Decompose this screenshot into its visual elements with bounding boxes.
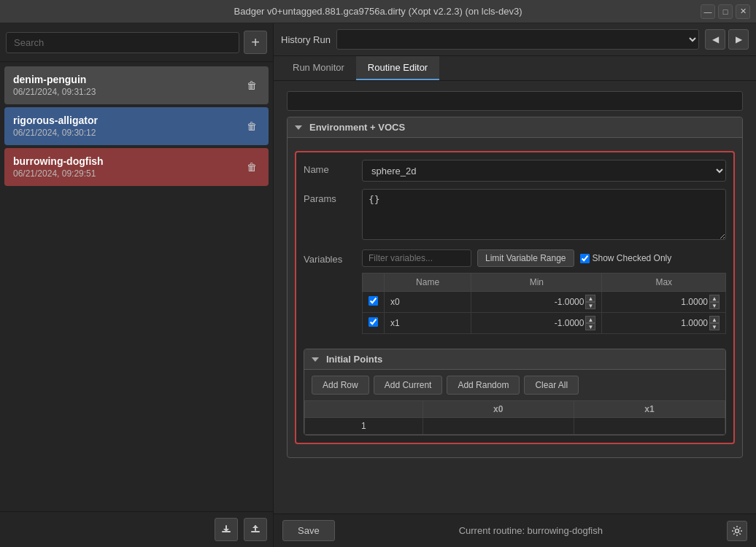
export-button[interactable] [215, 518, 238, 541]
nav-arrows: ◀ ▶ [705, 29, 749, 50]
tab-routine-editor[interactable]: Routine Editor [356, 56, 439, 80]
params-textarea[interactable]: {} [362, 189, 726, 240]
initial-points-section: Initial Points Add Row Add Current Add R… [304, 349, 726, 435]
var-col-min: Min [471, 274, 602, 292]
var-row-x1: x1 -1.0000 ▲ ▼ [363, 313, 726, 334]
delete-run-icon[interactable]: 🗑 [244, 119, 260, 133]
search-bar: + [0, 23, 273, 62]
tab-content: Environment + VOCS Name [274, 81, 756, 513]
variables-table: Name Min Max [362, 273, 726, 334]
run-item-date: 06/21/2024, 09:31:23 [13, 87, 96, 97]
var-check-x1[interactable] [363, 313, 385, 334]
var-min-x0[interactable]: -1.0000 ▲ ▼ [471, 292, 602, 313]
top-wide-input[interactable] [287, 91, 743, 111]
var-min-x0-down[interactable]: ▼ [585, 302, 595, 309]
close-button[interactable]: ✕ [736, 4, 750, 19]
clear-all-button[interactable]: Clear All [524, 376, 579, 395]
svg-point-6 [735, 529, 738, 532]
var-col-check [363, 274, 385, 292]
delete-run-icon[interactable]: 🗑 [244, 78, 260, 93]
var-max-x0-up[interactable]: ▲ [709, 295, 720, 302]
add-current-button[interactable]: Add Current [374, 376, 443, 395]
limit-variable-range-button[interactable]: Limit Variable Range [477, 249, 574, 267]
add-row-button[interactable]: Add Row [312, 376, 369, 395]
show-checked-only-checkbox[interactable] [580, 254, 590, 263]
environment-title: Environment + VOCS [309, 122, 405, 133]
var-max-x1-up[interactable]: ▲ [709, 316, 720, 323]
var-max-x0-spinner[interactable]: ▲ ▼ [709, 295, 720, 309]
run-item[interactable]: burrowing-dogfish 06/21/2024, 09:29:51 🗑 [4, 148, 269, 186]
var-name-x0: x0 [385, 292, 471, 313]
svg-rect-3 [251, 531, 260, 532]
environment-body: Name sphere_2d Params [288, 138, 742, 457]
env-inner-section: Name sphere_2d Params [295, 151, 735, 444]
var-max-x1[interactable]: 1.0000 ▲ ▼ [602, 313, 726, 334]
save-button[interactable]: Save [282, 520, 335, 541]
add-run-button[interactable]: + [244, 31, 267, 54]
prev-button[interactable]: ◀ [705, 29, 725, 50]
minimize-button[interactable]: — [701, 4, 715, 19]
var-col-name: Name [385, 274, 471, 292]
next-button[interactable]: ▶ [728, 29, 749, 50]
right-panel: History Run ◀ ▶ Run Monitor Routine Edit… [274, 23, 756, 547]
title-bar: Badger v0+untagged.881.gca9756a.dirty (X… [0, 0, 756, 23]
run-item[interactable]: denim-penguin 06/21/2024, 09:31:23 🗑 [4, 66, 269, 104]
run-item[interactable]: rigorous-alligator 06/21/2024, 09:30:12 … [4, 107, 269, 145]
maximize-button[interactable]: □ [718, 4, 733, 19]
var-check-x0[interactable] [363, 292, 385, 313]
variables-controls: Limit Variable Range Show Checked Only [362, 249, 726, 334]
ip-col-index [305, 401, 423, 418]
name-control: sphere_2d [362, 160, 726, 182]
params-row: Params {} [304, 189, 726, 242]
ip-col-x1: x1 [574, 401, 725, 418]
run-item-date: 06/21/2024, 09:30:12 [13, 128, 98, 138]
params-label: Params [304, 189, 355, 204]
history-run-select[interactable] [336, 29, 699, 50]
settings-button[interactable] [727, 521, 747, 541]
top-input-row [279, 87, 750, 111]
current-routine-text: Current routine: burrowing-dogfish [459, 525, 603, 536]
var-min-x1-up[interactable]: ▲ [585, 316, 595, 323]
run-item-date: 06/21/2024, 09:29:51 [13, 168, 104, 179]
filter-input[interactable] [362, 249, 471, 267]
var-col-max: Max [602, 274, 726, 292]
ip-col-x0: x0 [423, 401, 574, 418]
var-min-x1-spinner[interactable]: ▲ ▼ [585, 316, 595, 330]
ip-row-x0[interactable] [423, 418, 574, 435]
ip-row-index: 1 [305, 418, 423, 435]
tab-run-monitor[interactable]: Run Monitor [281, 56, 356, 80]
show-checked-only-label[interactable]: Show Checked Only [580, 253, 672, 263]
ip-collapse-icon[interactable] [312, 357, 319, 362]
var-max-x1-down[interactable]: ▼ [709, 323, 720, 330]
initial-points-header: Initial Points [304, 349, 725, 370]
add-random-button[interactable]: Add Random [447, 376, 520, 395]
name-select[interactable]: sphere_2d [362, 160, 726, 182]
delete-run-icon[interactable]: 🗑 [244, 160, 260, 174]
collapse-icon[interactable] [295, 125, 302, 130]
var-min-x1[interactable]: -1.0000 ▲ ▼ [471, 313, 602, 334]
ip-row-1: 1 [305, 418, 725, 435]
var-min-x0-spinner[interactable]: ▲ ▼ [585, 295, 595, 309]
environment-section-header: Environment + VOCS [288, 117, 742, 138]
var-max-x0[interactable]: 1.0000 ▲ ▼ [602, 292, 726, 313]
var-min-x1-down[interactable]: ▼ [585, 323, 595, 330]
run-item-name: denim-penguin [13, 74, 96, 85]
run-list: denim-penguin 06/21/2024, 09:31:23 🗑 rig… [0, 62, 273, 511]
window-title: Badger v0+untagged.881.gca9756a.dirty (X… [234, 6, 522, 17]
window-controls[interactable]: — □ ✕ [701, 4, 750, 19]
variables-label: Variables [304, 249, 355, 265]
search-input[interactable] [6, 32, 239, 53]
var-max-x0-down[interactable]: ▼ [709, 302, 720, 309]
svg-marker-5 [252, 525, 258, 528]
show-checked-only-text: Show Checked Only [593, 253, 672, 263]
var-name-x1: x1 [385, 313, 471, 334]
params-control: {} [362, 189, 726, 242]
initial-points-title: Initial Points [326, 354, 382, 365]
import-button[interactable] [244, 518, 267, 541]
ip-row-x1[interactable] [574, 418, 725, 435]
variables-filter-row: Limit Variable Range Show Checked Only [362, 249, 726, 267]
var-min-x0-up[interactable]: ▲ [585, 295, 595, 302]
var-row-x0: x0 -1.0000 ▲ ▼ [363, 292, 726, 313]
var-max-x1-spinner[interactable]: ▲ ▼ [709, 316, 720, 330]
sidebar: + denim-penguin 06/21/2024, 09:31:23 🗑 r… [0, 23, 274, 547]
